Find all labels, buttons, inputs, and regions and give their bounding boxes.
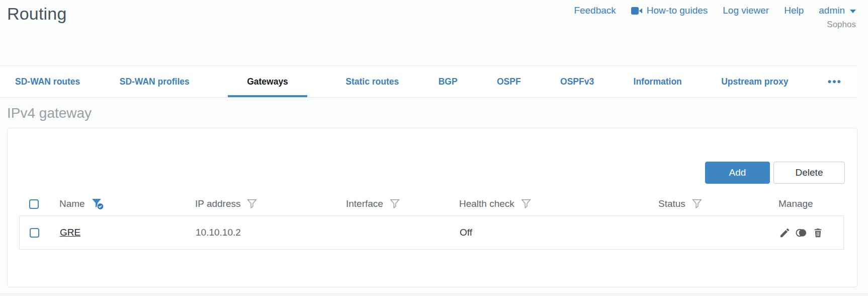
select-all-checkbox[interactable] (29, 199, 39, 209)
add-button[interactable]: Add (705, 162, 770, 184)
tab-sd-wan-routes[interactable]: SD-WAN routes (14, 66, 81, 97)
column-header-interface: Interface (346, 198, 383, 209)
row-checkbox[interactable] (30, 228, 39, 238)
user-menu[interactable]: admin (819, 5, 856, 16)
tab-information[interactable]: Information (633, 66, 683, 97)
delete-button[interactable]: Delete (773, 162, 845, 184)
user-menu-label: admin (819, 5, 845, 16)
routing-tabbar: SD-WAN routes SD-WAN profiles Gateways S… (0, 65, 857, 98)
tab-static-routes[interactable]: Static routes (344, 66, 400, 97)
brand-label: Sophos (574, 20, 856, 30)
top-nav: Feedback How-to guides Log viewer Help a… (574, 5, 856, 30)
column-header-health-check: Health check (459, 198, 514, 209)
log-viewer-link[interactable]: Log viewer (723, 5, 769, 16)
tab-bgp[interactable]: BGP (438, 66, 459, 97)
table-header-row: Name IP address (19, 192, 844, 215)
clone-icon[interactable] (795, 227, 808, 239)
main-content: IPv4 gateway Add Delete Name (0, 105, 868, 293)
tabs-overflow-button[interactable]: ••• (827, 66, 843, 97)
page-bottom-area (0, 293, 868, 296)
tab-ospfv3[interactable]: OSPFv3 (559, 66, 595, 97)
how-to-guides-link[interactable]: How-to guides (631, 5, 708, 16)
chevron-down-icon (850, 10, 856, 13)
tab-gateways[interactable]: Gateways (228, 66, 307, 97)
gateway-name-link[interactable]: GRE (60, 227, 80, 238)
help-link[interactable]: Help (784, 5, 804, 16)
page-header: Routing Feedback How-to guides Log viewe… (0, 0, 868, 65)
column-header-status: Status (658, 198, 685, 209)
filter-icon[interactable] (246, 198, 257, 209)
table-row: GRE 10.10.10.2 Off (19, 215, 844, 250)
filter-icon[interactable] (389, 198, 400, 209)
tab-sd-wan-profiles[interactable]: SD-WAN profiles (119, 66, 191, 97)
video-camera-icon (631, 7, 643, 15)
column-header-name: Name (59, 198, 85, 209)
gateway-ip-address: 10.10.10.2 (196, 227, 241, 238)
page: Routing Feedback How-to guides Log viewe… (0, 0, 868, 293)
tab-upstream-proxy[interactable]: Upstream proxy (720, 66, 789, 97)
column-header-manage: Manage (778, 198, 813, 209)
filter-active-icon[interactable] (91, 198, 104, 210)
gateway-health-check: Off (460, 227, 472, 238)
edit-icon[interactable] (779, 227, 791, 239)
delete-icon[interactable] (812, 227, 824, 239)
section-heading: IPv4 gateway (7, 105, 868, 121)
gateway-table: Name IP address (19, 192, 844, 250)
feedback-link[interactable]: Feedback (574, 5, 616, 16)
table-toolbar: Add Delete (8, 128, 857, 184)
column-header-ip-address: IP address (195, 198, 240, 209)
filter-icon[interactable] (520, 198, 532, 209)
tab-ospf[interactable]: OSPF (496, 66, 522, 97)
filter-icon[interactable] (691, 198, 703, 209)
ipv4-gateway-card: Add Delete Name (7, 128, 857, 287)
